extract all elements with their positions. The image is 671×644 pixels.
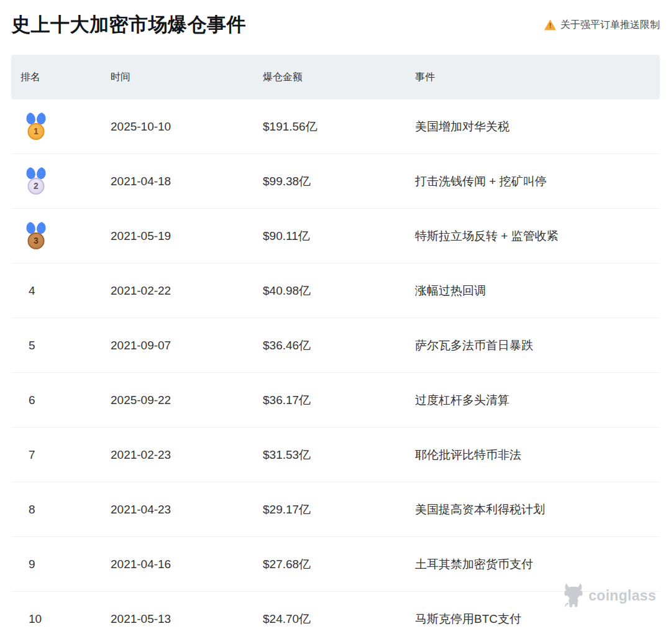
table-row: 10 2021-05-13 $24.70亿 马斯克停用BTC支付	[11, 592, 660, 644]
rank-cell: 1	[11, 113, 101, 140]
rank-number: 9	[29, 558, 35, 571]
rank-number: 7	[29, 448, 35, 462]
event-description: 耶伦批评比特币非法	[406, 447, 660, 463]
liquidation-amount: $31.53亿	[253, 447, 406, 463]
rank-cell: 3	[11, 223, 101, 250]
rank-cell: 9	[11, 558, 101, 571]
liquidation-events-table: 排名 时间 爆仓金额 事件 1 2025-10-10 $191.56亿 美国增加…	[11, 55, 660, 644]
table-row: 4 2021-02-22 $40.98亿 涨幅过热回调	[11, 264, 660, 318]
liquidation-amount: $36.17亿	[253, 392, 406, 408]
event-date: 2021-04-16	[101, 558, 253, 571]
event-description: 美国增加对华关税	[406, 119, 660, 135]
event-description: 土耳其禁加密货币支付	[406, 556, 660, 573]
liquidation-amount: $191.56亿	[253, 119, 406, 135]
rank-cell: 5	[11, 339, 101, 352]
liquidation-amount: $90.11亿	[253, 228, 406, 244]
table-row: 5 2021-09-07 $36.46亿 萨尔瓦多法币首日暴跌	[11, 318, 660, 373]
notice-label: 关于强平订单推送限制	[560, 19, 660, 32]
rank-number: 5	[29, 339, 35, 352]
table-row: 3 2021-05-19 $90.11亿 特斯拉立场反转 + 监管收紧	[11, 209, 660, 264]
rank-cell: 8	[11, 503, 101, 517]
rank-cell: 6	[11, 393, 101, 407]
event-description: 萨尔瓦多法币首日暴跌	[406, 338, 660, 354]
table-body: 1 2025-10-10 $191.56亿 美国增加对华关税 2 2021-04…	[11, 99, 660, 644]
column-header-event: 事件	[406, 71, 660, 84]
event-date: 2025-10-10	[101, 120, 253, 134]
event-date: 2021-04-18	[101, 175, 253, 188]
event-description: 打击洗钱传闻 + 挖矿叫停	[406, 173, 660, 190]
column-header-amount: 爆仓金额	[253, 71, 406, 84]
event-description: 特斯拉立场反转 + 监管收紧	[406, 228, 660, 244]
event-date: 2021-02-23	[101, 448, 253, 462]
liquidation-amount: $27.68亿	[253, 556, 406, 573]
table-row: 8 2021-04-23 $29.17亿 美国提高资本利得税计划	[11, 482, 660, 537]
liquidation-amount: $36.46亿	[253, 338, 406, 354]
warning-exclamation: !	[549, 22, 552, 30]
rank-number: 6	[29, 393, 35, 407]
column-header-time: 时间	[101, 71, 253, 84]
event-date: 2021-09-07	[101, 339, 253, 352]
rank-medal-icon: 1	[25, 113, 47, 140]
table-row: 7 2021-02-23 $31.53亿 耶伦批评比特币非法	[11, 428, 660, 482]
rank-medal-icon: 2	[25, 168, 47, 195]
liquidation-push-limit-link[interactable]: ! 关于强平订单推送限制	[544, 19, 660, 32]
table-row: 9 2021-04-16 $27.68亿 土耳其禁加密货币支付	[11, 537, 660, 592]
liquidation-amount: $29.17亿	[253, 502, 406, 518]
event-description: 涨幅过热回调	[406, 283, 660, 299]
liquidation-events-page: 史上十大加密市场爆仓事件 ! 关于强平订单推送限制 排名 时间 爆仓金额 事件 …	[0, 0, 671, 644]
column-header-rank: 排名	[11, 71, 101, 84]
liquidation-amount: $99.38亿	[253, 173, 406, 190]
rank-cell: 4	[11, 284, 101, 298]
event-date: 2021-05-13	[101, 612, 253, 626]
event-description: 美国提高资本利得税计划	[406, 502, 660, 518]
warning-triangle-icon: !	[544, 20, 556, 30]
event-description: 过度杠杆多头清算	[406, 392, 660, 408]
table-row: 6 2025-09-22 $36.17亿 过度杠杆多头清算	[11, 373, 660, 428]
rank-number: 8	[29, 503, 35, 517]
rank-cell: 2	[11, 168, 101, 195]
event-date: 2021-02-22	[101, 284, 253, 298]
table-header-row: 排名 时间 爆仓金额 事件	[11, 55, 660, 99]
event-date: 2021-04-23	[101, 503, 253, 517]
medal-rank-number: 2	[28, 178, 45, 195]
table-row: 2 2021-04-18 $99.38亿 打击洗钱传闻 + 挖矿叫停	[11, 154, 660, 209]
event-description: 马斯克停用BTC支付	[406, 611, 660, 627]
liquidation-amount: $24.70亿	[253, 611, 406, 627]
rank-cell: 7	[11, 448, 101, 462]
rank-number: 10	[29, 612, 42, 626]
page-header: 史上十大加密市场爆仓事件 ! 关于强平订单推送限制	[11, 0, 660, 36]
liquidation-amount: $40.98亿	[253, 283, 406, 299]
table-row: 1 2025-10-10 $191.56亿 美国增加对华关税	[11, 99, 660, 154]
event-date: 2021-05-19	[101, 229, 253, 243]
rank-cell: 10	[11, 612, 101, 626]
medal-rank-number: 3	[28, 232, 45, 249]
page-title: 史上十大加密市场爆仓事件	[11, 14, 246, 36]
rank-medal-icon: 3	[25, 223, 47, 250]
event-date: 2025-09-22	[101, 393, 253, 407]
medal-rank-number: 1	[28, 123, 45, 140]
rank-number: 4	[29, 284, 35, 298]
